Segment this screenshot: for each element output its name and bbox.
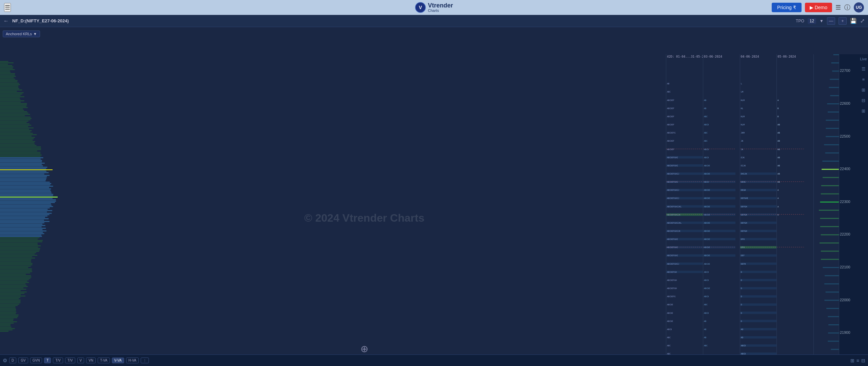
pricing-button[interactable]: Pricing ₹ bbox=[772, 3, 802, 12]
vol-canvas-right bbox=[814, 54, 839, 366]
save-icon[interactable]: 💾 bbox=[850, 18, 857, 24]
anchored-krls-label: Anchored KRLs bbox=[6, 32, 32, 36]
logo-text-area: Vtrender Charts bbox=[428, 2, 453, 13]
grid-icon[interactable]: ⊞ bbox=[850, 358, 854, 363]
instrument-label: NF_D:(NIFTY_E27-06-2024) bbox=[12, 18, 69, 23]
plus-button[interactable]: + bbox=[839, 17, 847, 25]
logo-subtext: Charts bbox=[428, 9, 453, 13]
mp-col-42d-header: 42D: 01-04...31-05-2024 bbox=[667, 55, 703, 58]
tpo-label: TPO bbox=[796, 19, 804, 23]
crosshair-icon[interactable]: ⊕ bbox=[360, 343, 368, 354]
mp-col-42d: 42D: 01-04...31-05-2024 bbox=[666, 54, 703, 366]
mp-col-0306-header: 03-06-2024 bbox=[704, 55, 722, 58]
gv-button[interactable]: GV bbox=[18, 358, 28, 363]
minus-button[interactable]: — bbox=[827, 17, 835, 25]
settings-icon[interactable]: ⚙ bbox=[3, 358, 7, 364]
hamburger-icon: ☰ bbox=[5, 4, 10, 11]
t-button[interactable]: T bbox=[44, 358, 51, 363]
main-area: © 2024 Vtrender Charts ⊕ 42D: 01-04...31… bbox=[0, 54, 868, 366]
list-view-icon[interactable]: ≡ bbox=[856, 358, 859, 363]
price-scale-canvas bbox=[839, 54, 859, 366]
price-scale bbox=[839, 54, 859, 366]
tiv-button[interactable]: T/V bbox=[65, 358, 75, 363]
mp-canvas-0306 bbox=[703, 61, 735, 366]
back-button[interactable]: ← bbox=[3, 18, 9, 24]
tv-button[interactable]: T/V bbox=[53, 358, 63, 363]
mp-canvas-0506 bbox=[777, 61, 804, 366]
header-right: Pricing ₹ ▶ Demo ☰ ⓘ UG bbox=[772, 2, 864, 13]
mp-canvas-42d bbox=[666, 61, 703, 366]
vva-button[interactable]: V-VA bbox=[112, 358, 124, 363]
logo-text: Vtrender bbox=[428, 2, 453, 9]
left-profile-canvas bbox=[0, 54, 63, 366]
tpo-dropdown-icon[interactable]: ▼ bbox=[820, 19, 824, 23]
left-profile-area bbox=[0, 54, 63, 366]
mp-col-0306: 03-06-2024 bbox=[703, 54, 740, 366]
watermark: © 2024 Vtrender Charts bbox=[304, 212, 424, 224]
panel-icon-1[interactable]: ☰ bbox=[862, 66, 866, 72]
d-button[interactable]: D bbox=[9, 358, 16, 363]
more-button[interactable]: ⋮ bbox=[141, 358, 149, 363]
demo-button[interactable]: ▶ Demo bbox=[805, 3, 832, 12]
right-icons-panel: Live ☰ ≡ ⊞ ⊟ ⊞ bbox=[859, 54, 868, 366]
header-left: ☰ bbox=[4, 3, 11, 12]
anchored-krls-button[interactable]: Anchored KRLs ▼ bbox=[3, 30, 40, 37]
menu-icon[interactable]: ☰ bbox=[835, 4, 841, 11]
mp-col-0406-header: 04-06-2024 bbox=[741, 55, 759, 58]
tva-button[interactable]: T-VA bbox=[98, 358, 110, 363]
info-icon[interactable]: ⓘ bbox=[844, 3, 850, 12]
user-avatar[interactable]: UG bbox=[854, 2, 864, 13]
panel-icon-3[interactable]: ⊞ bbox=[862, 87, 865, 93]
panel-icon-4[interactable]: ⊟ bbox=[862, 98, 865, 103]
panel-icon-live[interactable]: Live bbox=[860, 57, 867, 61]
expand-icon[interactable]: ⤢ bbox=[860, 18, 865, 24]
bottom-toolbar: ⚙ D GV GVN T T/V T/V V VN T-VA V-VA H-VA… bbox=[0, 354, 868, 366]
center-chart-area[interactable]: © 2024 Vtrender Charts ⊕ bbox=[63, 54, 666, 366]
anchored-krls-dropdown-icon: ▼ bbox=[33, 32, 37, 36]
logo-icon: V bbox=[415, 2, 426, 13]
v-button[interactable]: V bbox=[77, 358, 84, 363]
toolbar: ← NF_D:(NIFTY_E27-06-2024) TPO 12 ▼ — + … bbox=[0, 15, 868, 27]
header: ☰ V Vtrender Charts Pricing ₹ ▶ Demo ☰ ⓘ… bbox=[0, 0, 868, 15]
mp-canvas-0406 bbox=[740, 61, 777, 366]
gvn-button[interactable]: GVN bbox=[30, 358, 42, 363]
right-market-profile: 42D: 01-04...31-05-2024 03-06-2024 04-06… bbox=[666, 54, 839, 366]
mp-col-0506: 05-06-2024 bbox=[776, 54, 813, 366]
hva-button[interactable]: H-VA bbox=[126, 358, 139, 363]
vn-button[interactable]: VN bbox=[86, 358, 96, 363]
svg-text:V: V bbox=[419, 5, 422, 10]
tpo-value: 12 bbox=[808, 18, 816, 24]
vol-profile-right bbox=[813, 54, 839, 366]
logo-area: V Vtrender Charts bbox=[415, 2, 453, 13]
panel-icon-5[interactable]: ⊞ bbox=[862, 108, 865, 114]
tile-view-icon[interactable]: ⊟ bbox=[861, 358, 865, 363]
panel-icon-2[interactable]: ≡ bbox=[862, 77, 865, 82]
mp-col-0506-header: 05-06-2024 bbox=[777, 55, 796, 58]
hamburger-button[interactable]: ☰ bbox=[4, 3, 11, 12]
mp-col-0406: 04-06-2024 bbox=[740, 54, 777, 366]
